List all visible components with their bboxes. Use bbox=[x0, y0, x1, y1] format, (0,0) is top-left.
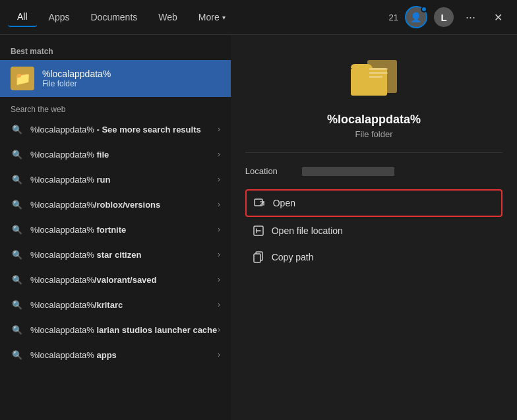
chevron-down-icon: ▾ bbox=[222, 14, 226, 21]
search-icon: 🔍 bbox=[11, 273, 24, 286]
search-icon: 🔍 bbox=[11, 298, 24, 311]
list-item[interactable]: 🔍 %localappdata%/roblox/versions › bbox=[0, 192, 231, 217]
list-item[interactable]: 🔍 %localappdata% apps › bbox=[0, 342, 231, 367]
open-button[interactable]: Open bbox=[245, 189, 503, 217]
open-file-location-button[interactable]: Open file location bbox=[245, 218, 503, 243]
copy-path-button[interactable]: Copy path bbox=[245, 245, 503, 270]
left-panel: Best match 📁 %localappdata% File folder … bbox=[0, 35, 231, 420]
chevron-right-icon: › bbox=[218, 350, 220, 359]
folder-icon: 📁 bbox=[11, 67, 34, 90]
notification-badge: 21 bbox=[389, 13, 398, 22]
notification-avatar[interactable]: 👤 bbox=[405, 6, 427, 28]
close-button[interactable]: ✕ bbox=[487, 9, 509, 26]
user-avatar[interactable]: L bbox=[434, 7, 454, 27]
list-item-text: %localappdata% - See more search results bbox=[30, 125, 201, 135]
chevron-right-icon: › bbox=[218, 175, 220, 184]
list-item[interactable]: 🔍 %localappdata% fortnite › bbox=[0, 217, 231, 242]
more-options-button[interactable]: ··· bbox=[460, 8, 481, 27]
svg-rect-4 bbox=[369, 76, 382, 78]
divider bbox=[245, 152, 503, 153]
chevron-right-icon: › bbox=[218, 275, 220, 284]
list-item[interactable]: 🔍 %localappdata% larian studios launcher… bbox=[0, 317, 231, 342]
list-item[interactable]: 🔍 %localappdata%/kritarc › bbox=[0, 292, 231, 317]
list-item-text: %localappdata%/roblox/versions bbox=[30, 200, 160, 210]
file-location-icon bbox=[252, 224, 265, 237]
tab-web[interactable]: Web bbox=[149, 8, 187, 26]
list-item-text: %localappdata% star citizen bbox=[30, 250, 141, 260]
chevron-right-icon: › bbox=[218, 125, 220, 134]
best-match-text: %localappdata% File folder bbox=[42, 69, 111, 88]
open-label: Open bbox=[273, 198, 295, 208]
notification-avatar-icon: 👤 bbox=[410, 12, 421, 22]
list-item-text: %localappdata% larian studios launcher c… bbox=[30, 325, 217, 335]
list-item[interactable]: 🔍 %localappdata% star citizen › bbox=[0, 242, 231, 267]
chevron-right-icon: › bbox=[218, 300, 220, 309]
chevron-right-icon: › bbox=[218, 150, 220, 159]
copy-path-label: Copy path bbox=[272, 252, 314, 262]
nav-tabs: All Apps Documents Web More ▾ bbox=[8, 7, 389, 27]
svg-rect-2 bbox=[369, 68, 388, 70]
best-match-label: Best match bbox=[0, 43, 231, 59]
main-container: Best match 📁 %localappdata% File folder … bbox=[0, 35, 517, 420]
right-panel: %localappdata% File folder Location Open bbox=[231, 35, 517, 420]
chevron-right-icon: › bbox=[218, 200, 220, 209]
actions-container: Open Open file location bbox=[245, 189, 503, 270]
search-icon: 🔍 bbox=[11, 223, 24, 236]
list-item-text: %localappdata% run bbox=[30, 175, 110, 185]
search-icon: 🔍 bbox=[11, 173, 24, 186]
list-item[interactable]: 🔍 %localappdata% - See more search resul… bbox=[0, 117, 231, 142]
open-file-location-label: Open file location bbox=[272, 225, 343, 236]
tab-all[interactable]: All bbox=[8, 7, 37, 27]
tab-more[interactable]: More ▾ bbox=[189, 8, 235, 26]
list-item-text: %localappdata% fortnite bbox=[30, 225, 126, 235]
search-icon: 🔍 bbox=[11, 198, 24, 211]
list-item-text: %localappdata% file bbox=[30, 150, 109, 160]
svg-rect-3 bbox=[369, 72, 388, 74]
best-match-subtitle: File folder bbox=[42, 79, 111, 88]
list-item[interactable]: 🔍 %localappdata% run › bbox=[0, 167, 231, 192]
chevron-right-icon: › bbox=[218, 250, 220, 259]
result-title: %localappdata% bbox=[327, 113, 421, 127]
tab-documents[interactable]: Documents bbox=[81, 8, 146, 26]
top-nav: All Apps Documents Web More ▾ 21 👤 L ···… bbox=[0, 0, 517, 35]
search-icon: 🔍 bbox=[11, 123, 24, 136]
search-icon: 🔍 bbox=[11, 348, 24, 361]
nav-right: 21 👤 L ··· ✕ bbox=[389, 6, 509, 28]
notification-dot bbox=[421, 6, 427, 13]
location-row: Location bbox=[245, 162, 503, 180]
list-item-text: %localappdata% apps bbox=[30, 350, 117, 360]
search-icon: 🔍 bbox=[11, 148, 24, 161]
search-icon: 🔍 bbox=[11, 248, 24, 261]
svg-rect-11 bbox=[254, 254, 260, 262]
list-item[interactable]: 🔍 %localappdata% file › bbox=[0, 142, 231, 167]
result-subtitle: File folder bbox=[355, 129, 392, 139]
chevron-right-icon: › bbox=[218, 325, 220, 334]
tab-apps[interactable]: Apps bbox=[40, 8, 79, 26]
location-value bbox=[302, 167, 394, 176]
result-folder-icon bbox=[348, 55, 400, 104]
chevron-right-icon: › bbox=[218, 225, 220, 234]
location-label: Location bbox=[245, 166, 291, 176]
list-item[interactable]: 🔍 %localappdata%/valorant/saved › bbox=[0, 267, 231, 292]
list-item-text: %localappdata%/kritarc bbox=[30, 300, 123, 310]
list-item-text: %localappdata%/valorant/saved bbox=[30, 275, 157, 285]
search-web-label: Search the web bbox=[0, 98, 231, 117]
best-match-item[interactable]: 📁 %localappdata% File folder bbox=[0, 60, 231, 97]
best-match-title: %localappdata% bbox=[42, 69, 111, 79]
open-icon bbox=[253, 196, 266, 210]
search-icon: 🔍 bbox=[11, 323, 24, 336]
copy-path-icon bbox=[252, 251, 265, 264]
